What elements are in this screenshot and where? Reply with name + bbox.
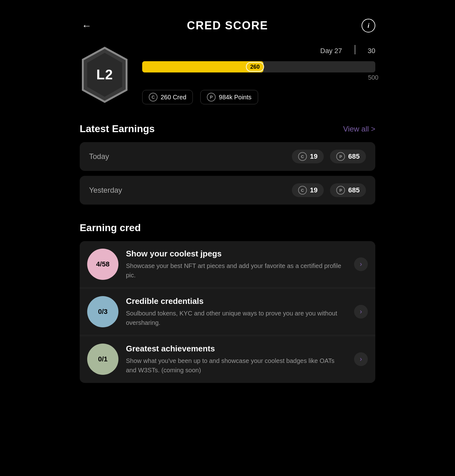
- yesterday-cred-value: 19: [310, 186, 318, 194]
- credentials-arrow-icon: ›: [354, 305, 368, 319]
- level-badge: L2: [80, 46, 130, 104]
- achievements-circle: 0/1: [87, 344, 118, 375]
- today-points-value: 685: [348, 152, 360, 161]
- points-stat-value: 984k Points: [219, 94, 252, 101]
- day-max-label: 30: [368, 47, 375, 55]
- jpegs-name: Show your coolest jpegs: [126, 249, 347, 259]
- latest-earnings-header: Latest Earnings View all >: [80, 123, 375, 135]
- page-title: CRED SCORE: [187, 19, 268, 32]
- jpegs-progress: 4/58: [96, 260, 110, 268]
- yesterday-points-icon: P: [336, 186, 345, 195]
- yesterday-earning-card: Yesterday C 19 P 685: [80, 176, 375, 205]
- cred-card-achievements[interactable]: 0/1 Greatest achievements Show what you'…: [80, 336, 375, 382]
- cred-cards-container: 4/58 Show your coolest jpegs Showcase yo…: [80, 241, 375, 383]
- credentials-progress: 0/3: [98, 308, 108, 316]
- jpegs-circle: 4/58: [87, 249, 118, 280]
- latest-earnings-section: Latest Earnings View all > Today C 19 P …: [61, 117, 394, 216]
- credentials-circle: 0/3: [87, 296, 118, 327]
- yesterday-points-value: 685: [348, 186, 360, 194]
- achievements-info: Greatest achievements Show what you've b…: [126, 344, 347, 375]
- info-button[interactable]: i: [362, 19, 375, 32]
- cred-stat-value: 260 Cred: [161, 94, 186, 101]
- yesterday-cred-icon: C: [298, 186, 307, 195]
- today-label: Today: [89, 152, 109, 161]
- points-stat-chip: P 984k Points: [200, 90, 258, 104]
- credentials-desc: Soulbound tokens, KYC and other unique w…: [126, 309, 347, 327]
- cred-card-credentials[interactable]: 0/3 Credible credentials Soulbound token…: [80, 289, 375, 335]
- back-button[interactable]: ←: [80, 19, 93, 32]
- jpegs-desc: Showcase your best NFT art pieces and ad…: [126, 261, 347, 280]
- today-cred-chip: C 19: [292, 150, 324, 163]
- credentials-name: Credible credentials: [126, 296, 347, 306]
- today-cred-icon: C: [298, 152, 307, 161]
- progress-bar-fill: 260: [142, 61, 263, 72]
- yesterday-cred-chip: C 19: [292, 183, 324, 197]
- achievements-progress: 0/1: [98, 355, 108, 363]
- progress-bar-bg: 260 500: [142, 61, 375, 72]
- yesterday-earning-values: C 19 P 685: [292, 183, 366, 197]
- earning-cred-header: Earning cred: [80, 222, 375, 234]
- day-current-label: Day 27: [320, 47, 342, 55]
- jpegs-arrow-icon: ›: [354, 257, 368, 271]
- achievements-name: Greatest achievements: [126, 344, 347, 354]
- progress-container: 260 500: [142, 61, 375, 72]
- earning-cred-title: Earning cred: [80, 222, 141, 234]
- achievements-arrow-icon: ›: [354, 352, 368, 366]
- hero-section: L2 Day 27 30 260 500: [61, 42, 394, 117]
- progress-bubble: 260: [246, 62, 264, 72]
- stats-row: C 260 Cred P 984k Points: [142, 90, 375, 104]
- jpegs-info: Show your coolest jpegs Showcase your be…: [126, 249, 347, 280]
- cred-stat-chip: C 260 Cred: [142, 90, 193, 104]
- cred-icon: C: [149, 93, 158, 102]
- today-points-chip: P 685: [330, 150, 366, 163]
- level-label: L2: [96, 67, 113, 82]
- info-icon: i: [368, 22, 369, 29]
- score-panel: Day 27 30 260 500 C 260 Cred: [142, 45, 375, 104]
- points-icon: P: [207, 93, 216, 102]
- today-cred-value: 19: [310, 152, 318, 161]
- today-earning-values: C 19 P 685: [292, 150, 366, 163]
- latest-earnings-title: Latest Earnings: [80, 123, 155, 135]
- achievements-desc: Show what you've been up to and showcase…: [126, 356, 347, 375]
- header: ← CRED SCORE i: [61, 12, 394, 42]
- yesterday-label: Yesterday: [89, 186, 122, 195]
- cred-card-jpegs[interactable]: 4/58 Show your coolest jpegs Showcase yo…: [80, 241, 375, 288]
- credentials-info: Credible credentials Soulbound tokens, K…: [126, 296, 347, 327]
- yesterday-points-chip: P 685: [330, 183, 366, 197]
- today-earning-card: Today C 19 P 685: [80, 142, 375, 171]
- day-labels: Day 27 30: [142, 45, 375, 55]
- view-all-link[interactable]: View all >: [343, 125, 375, 133]
- progress-max: 500: [368, 74, 378, 81]
- today-points-icon: P: [336, 152, 345, 161]
- earning-cred-section: Earning cred 4/58 Show your coolest jpeg…: [61, 216, 394, 389]
- back-arrow-icon: ←: [82, 21, 92, 31]
